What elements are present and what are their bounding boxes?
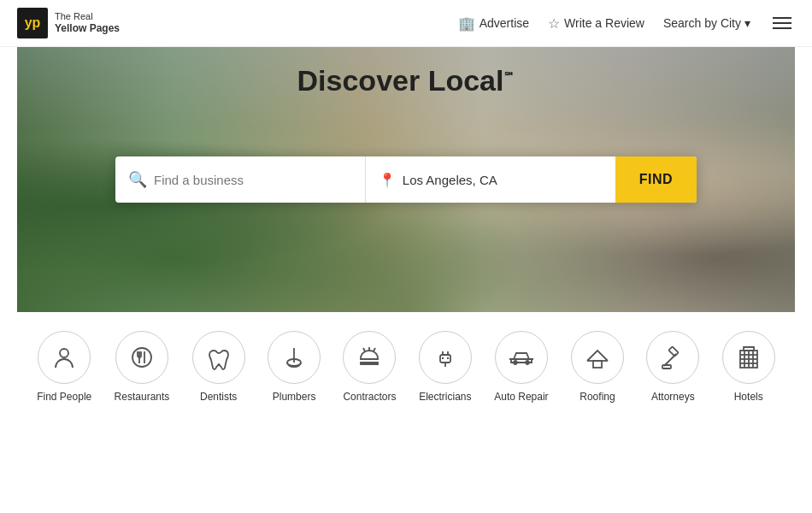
hamburger-menu-button[interactable] — [769, 14, 795, 32]
business-search-input[interactable] — [154, 173, 352, 187]
category-hotels[interactable]: Hotels — [722, 331, 775, 403]
star-icon: ☆ — [548, 15, 560, 32]
roofing-icon — [571, 331, 624, 384]
search-city-button[interactable]: Search by City ▾ — [663, 16, 750, 30]
auto-repair-label: Auto Repair — [494, 391, 548, 403]
header: yp The Real Yellow Pages 🏢 Advertise ☆ W… — [0, 0, 812, 47]
electricians-icon — [419, 331, 472, 384]
restaurants-icon — [115, 331, 168, 384]
hotels-label: Hotels — [734, 391, 763, 403]
svg-rect-24 — [662, 365, 671, 369]
plumbers-icon — [268, 331, 321, 384]
category-electricians[interactable]: Electricians — [419, 331, 472, 403]
category-plumbers[interactable]: Plumbers — [268, 331, 321, 403]
search-business-field: 🔍 — [115, 156, 366, 203]
svg-rect-9 — [440, 355, 450, 363]
restaurants-label: Restaurants — [115, 391, 170, 403]
hero-section: Discover Local℠ 🔍 📍 FIND — [17, 47, 795, 312]
advertise-icon: 🏢 — [458, 15, 475, 32]
category-attorneys[interactable]: Attorneys — [646, 331, 699, 403]
logo-subtitle: The Real Yellow Pages — [55, 10, 120, 36]
write-review-link[interactable]: ☆ Write a Review — [548, 15, 644, 32]
svg-rect-19 — [593, 361, 602, 368]
svg-point-0 — [60, 349, 68, 357]
category-dentists[interactable]: Dentists — [192, 331, 245, 403]
plumbers-label: Plumbers — [273, 391, 316, 403]
advertise-link[interactable]: 🏢 Advertise — [458, 15, 529, 32]
find-people-icon — [38, 331, 91, 384]
hero-title: Discover Local℠ — [17, 64, 795, 97]
svg-line-22 — [666, 354, 676, 364]
svg-rect-21 — [669, 346, 679, 356]
contractors-icon — [343, 331, 396, 384]
electricians-label: Electricians — [419, 391, 471, 403]
svg-line-7 — [363, 348, 365, 351]
categories-bar: Find People Restaurants Dentists Plumber… — [0, 312, 812, 416]
location-input[interactable] — [403, 173, 603, 187]
search-icon: 🔍 — [128, 170, 147, 189]
category-auto-repair[interactable]: Auto Repair — [494, 331, 548, 403]
category-find-people[interactable]: Find People — [37, 331, 91, 403]
attorneys-label: Attorneys — [651, 391, 695, 403]
chevron-down-icon: ▾ — [744, 16, 750, 30]
contractors-label: Contractors — [343, 391, 396, 403]
location-icon: 📍 — [379, 172, 396, 188]
logo-icon: yp — [17, 8, 48, 38]
hotels-icon — [722, 331, 775, 384]
attorneys-icon — [646, 331, 699, 384]
dentists-label: Dentists — [200, 391, 237, 403]
logo-area[interactable]: yp The Real Yellow Pages — [17, 8, 120, 38]
svg-line-8 — [374, 348, 375, 351]
dentists-icon — [192, 331, 245, 384]
find-button[interactable]: FIND — [615, 156, 697, 203]
nav-right: 🏢 Advertise ☆ Write a Review Search by C… — [458, 14, 795, 32]
svg-point-1 — [132, 348, 151, 367]
search-location-field: 📍 — [366, 156, 615, 203]
roofing-label: Roofing — [580, 391, 615, 403]
category-restaurants[interactable]: Restaurants — [115, 331, 170, 403]
logo-yp-text: yp — [25, 15, 41, 31]
category-contractors[interactable]: Contractors — [343, 331, 396, 403]
find-people-label: Find People — [37, 391, 91, 403]
search-bar: 🔍 📍 FIND — [115, 156, 697, 203]
auto-repair-icon — [495, 331, 548, 384]
category-roofing[interactable]: Roofing — [571, 331, 624, 403]
